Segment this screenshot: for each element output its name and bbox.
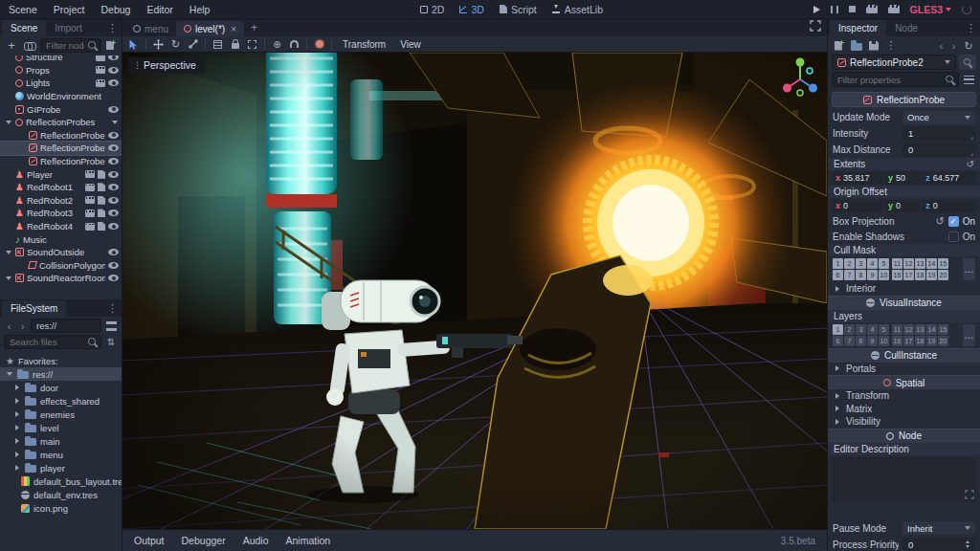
- toggle-split-mode-button[interactable]: [104, 319, 118, 333]
- renderer-dropdown[interactable]: GLES3: [910, 4, 951, 15]
- tree-node-lights[interactable]: Lights: [0, 77, 122, 90]
- transform-menu[interactable]: Transform: [336, 39, 392, 50]
- mask-bit[interactable]: 8: [856, 270, 866, 280]
- tab-filesystem[interactable]: FileSystem: [2, 300, 66, 317]
- visibility-toggle-icon[interactable]: [108, 184, 119, 190]
- origin-x-field[interactable]: x0: [832, 200, 882, 212]
- layer-bit[interactable]: 4: [867, 324, 878, 335]
- category-cullinstance[interactable]: CullInstance: [828, 348, 980, 363]
- select-tool-button[interactable]: [125, 37, 142, 51]
- mask-bit[interactable]: 6: [833, 270, 843, 280]
- expander-icon[interactable]: [5, 251, 12, 254]
- intensity-field[interactable]: 1: [902, 127, 975, 141]
- instanced-scene-icon[interactable]: [96, 79, 105, 87]
- visibility-toggle-icon[interactable]: [108, 79, 119, 86]
- instanced-scene-icon[interactable]: [85, 223, 95, 231]
- new-resource-button[interactable]: +: [832, 38, 847, 53]
- mask-bit[interactable]: 19: [926, 270, 937, 280]
- file-row-res[interactable]: res://: [0, 367, 122, 381]
- mode-2d-button[interactable]: 2D: [420, 4, 444, 15]
- box-projection-checkbox[interactable]: ✓: [948, 216, 959, 227]
- tree-node-redrobot4[interactable]: ♟RedRobot4: [0, 220, 122, 233]
- tree-node-structure[interactable]: Structure: [0, 55, 122, 64]
- instanced-scene-icon[interactable]: [85, 196, 95, 204]
- file-row-default-bus-layout[interactable]: default_bus_layout.tres: [0, 474, 122, 488]
- scale-tool-button[interactable]: [185, 37, 201, 51]
- mask-bit[interactable]: 5: [879, 258, 889, 269]
- local-space-button[interactable]: ⊕: [269, 37, 285, 51]
- axis-gizmo[interactable]: [777, 55, 823, 100]
- tree-node-props[interactable]: Props: [0, 64, 122, 77]
- update-mode-dropdown[interactable]: Once: [902, 111, 975, 124]
- mask-bit[interactable]: 14: [926, 258, 937, 269]
- revert-icon[interactable]: ↺: [935, 216, 944, 226]
- tree-node-redrobot3[interactable]: ♟RedRobot3: [0, 207, 122, 220]
- expander-icon[interactable]: [5, 276, 12, 280]
- layer-bit[interactable]: 6: [833, 336, 843, 346]
- history-button[interactable]: ↻: [961, 38, 976, 53]
- layer-bit[interactable]: 3: [856, 324, 866, 335]
- category-node[interactable]: Node: [828, 429, 980, 443]
- tree-node-reflectionprobe1[interactable]: ReflectionProbe1: [0, 129, 122, 143]
- list-select-button[interactable]: [210, 37, 226, 51]
- menu-debug[interactable]: Debug: [100, 4, 130, 15]
- group-selected-button[interactable]: [244, 37, 260, 51]
- instanced-scene-icon[interactable]: [85, 170, 95, 178]
- expand-children-icon[interactable]: [111, 121, 119, 124]
- tree-node-reflectionprobes[interactable]: ReflectionProbes: [0, 116, 122, 129]
- lock-selected-button[interactable]: [227, 37, 243, 51]
- perspective-menu[interactable]: ⋮Perspective: [128, 57, 205, 74]
- visibility-toggle-icon[interactable]: [108, 171, 119, 178]
- attach-script-button[interactable]: +: [104, 38, 118, 53]
- script-icon[interactable]: [98, 222, 105, 231]
- expander-icon[interactable]: [13, 385, 21, 390]
- mode-assetlib-button[interactable]: AssetLib: [552, 4, 603, 15]
- tree-node-giprobe[interactable]: GIProbe: [0, 102, 122, 116]
- mask-bit[interactable]: 12: [903, 258, 914, 269]
- play-scene-button[interactable]: [866, 5, 878, 13]
- expander-icon[interactable]: [13, 438, 21, 444]
- menu-scene[interactable]: Scene: [9, 4, 37, 15]
- snap-toggle-button[interactable]: [286, 37, 302, 51]
- filter-properties-input[interactable]: [832, 72, 959, 87]
- extents-x-field[interactable]: x35.817: [832, 172, 882, 185]
- layer-bit[interactable]: 1: [833, 324, 843, 335]
- expander-icon[interactable]: [13, 452, 21, 457]
- visibility-toggle-icon[interactable]: [108, 106, 119, 113]
- visibility-toggle-icon[interactable]: [108, 144, 119, 151]
- menu-project[interactable]: Project: [54, 4, 85, 15]
- file-row-icon-png[interactable]: icon.png: [0, 501, 122, 515]
- tab-inspector[interactable]: Inspector: [830, 20, 886, 36]
- file-row-effects-shared[interactable]: effects_shared: [0, 394, 122, 408]
- history-back-button[interactable]: ‹: [4, 320, 14, 332]
- sort-files-button[interactable]: ⇅: [104, 335, 118, 349]
- distraction-free-button[interactable]: [810, 20, 821, 33]
- instanced-scene-icon[interactable]: [85, 184, 95, 191]
- layer-bit[interactable]: 9: [867, 336, 878, 346]
- layers-options-button[interactable]: …: [963, 324, 975, 346]
- view-menu[interactable]: View: [393, 39, 428, 50]
- tree-node-music[interactable]: ♪Music: [0, 232, 122, 246]
- revert-icon[interactable]: ↺: [967, 160, 974, 168]
- mode-script-button[interactable]: Script: [500, 4, 537, 15]
- layer-bit[interactable]: 20: [938, 336, 948, 346]
- visibility-toggle-icon[interactable]: [108, 249, 119, 255]
- enable-shadows-checkbox[interactable]: ✓: [948, 231, 959, 242]
- tab-scene[interactable]: Scene: [2, 20, 46, 36]
- scene-tab-menu[interactable]: menu: [125, 21, 176, 36]
- mask-bit[interactable]: 13: [915, 258, 925, 269]
- property-tools-button[interactable]: [962, 73, 976, 87]
- instanced-scene-icon[interactable]: [96, 55, 105, 61]
- pause-mode-dropdown[interactable]: Inherit: [902, 521, 975, 535]
- dock-menu-icon[interactable]: ⋮: [107, 22, 118, 34]
- layer-bit[interactable]: 17: [903, 336, 914, 346]
- 3d-viewport[interactable]: ⋮Perspective: [122, 53, 827, 529]
- menu-editor[interactable]: Editor: [146, 4, 172, 15]
- layer-bit[interactable]: 13: [915, 324, 925, 335]
- visibility-toggle-icon[interactable]: [108, 197, 119, 204]
- tab-node[interactable]: Node: [886, 20, 926, 36]
- preview-sun-button[interactable]: [311, 37, 327, 51]
- tree-node-reflectionprobe3[interactable]: ReflectionProbe3: [0, 155, 122, 168]
- process-priority-field[interactable]: 0: [902, 538, 975, 551]
- expander-icon[interactable]: [6, 372, 13, 376]
